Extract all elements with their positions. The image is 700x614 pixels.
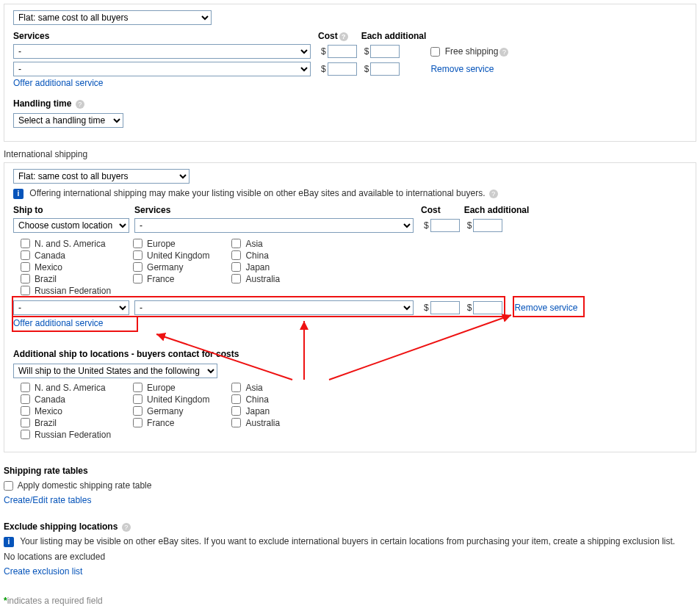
free-shipping-checkbox[interactable] [430, 47, 440, 57]
domestic-addl-1-input[interactable] [370, 45, 400, 58]
location-checkbox[interactable] [21, 250, 30, 260]
location-checkbox[interactable] [133, 418, 142, 427]
exclude-status: No locations are excluded [4, 552, 696, 562]
location-checkbox[interactable] [21, 239, 30, 248]
handling-time-select[interactable]: Select a handling time [13, 113, 123, 128]
intl-ship-to-select[interactable]: Choose custom location [13, 218, 129, 233]
location-checkbox[interactable] [21, 406, 30, 416]
intl-row2-cost-input[interactable] [430, 301, 460, 314]
help-icon[interactable]: ? [489, 189, 498, 198]
location-checkbox[interactable] [231, 383, 241, 392]
dollar-sign: $ [467, 220, 472, 231]
info-icon: i [13, 189, 24, 199]
intl-shipping-type-select[interactable]: Flat: same cost to all buyers [13, 169, 190, 184]
apply-rate-table-label: Apply domestic shipping rate table [18, 480, 152, 491]
location-checkbox[interactable] [21, 286, 30, 295]
handling-time-label: Handling time [13, 98, 71, 109]
intl-service-1-select[interactable]: - [134, 218, 414, 233]
location-checkbox[interactable] [133, 239, 142, 248]
location-label: United Kingdom [147, 394, 209, 405]
location-label: N. and S. America [35, 383, 106, 393]
location-item: China [231, 394, 280, 405]
services-header: Services [13, 31, 49, 41]
location-label: Australia [245, 274, 280, 284]
location-checkbox[interactable] [231, 239, 241, 248]
free-shipping-label: Free shipping [445, 46, 499, 57]
location-item: Australia [231, 418, 280, 428]
location-label: Canada [35, 250, 65, 261]
location-item: Asia [231, 239, 280, 249]
help-icon[interactable]: ? [499, 48, 508, 57]
location-item: Canada [21, 250, 111, 261]
location-item: Mexico [21, 262, 111, 272]
location-checkbox[interactable] [133, 274, 142, 283]
domestic-services-table: Services Cost? Each additional - $ $ Fre… [13, 29, 513, 78]
offer-additional-service-link[interactable]: Offer additional service [13, 78, 104, 88]
help-icon[interactable]: ? [76, 100, 84, 109]
exclude-section: Exclude shipping locations ? i Your list… [4, 516, 696, 587]
location-label: Japan [245, 262, 270, 272]
intl-shipping-title: International shipping [4, 149, 696, 159]
location-item: France [133, 418, 209, 428]
location-checkbox[interactable] [133, 383, 142, 392]
location-checkbox[interactable] [231, 250, 241, 260]
location-item: Brazil [21, 274, 111, 284]
location-item: Asia [231, 383, 280, 393]
intl-row2-service-select[interactable]: - [134, 300, 414, 315]
domestic-shipping-type-select[interactable]: Flat: same cost to all buyers [13, 10, 212, 25]
location-checkbox[interactable] [21, 383, 30, 392]
location-checkbox[interactable] [21, 274, 30, 283]
help-icon[interactable]: ? [122, 523, 131, 532]
location-label: France [147, 418, 174, 428]
intl-addl-1-input[interactable] [473, 219, 502, 232]
domestic-service-2-select[interactable]: - [13, 62, 311, 76]
help-icon[interactable]: ? [339, 32, 348, 41]
dollar-sign: $ [424, 220, 429, 231]
intl-row2-shipto-select[interactable]: - [13, 300, 129, 315]
location-checkbox[interactable] [133, 406, 142, 416]
addl-ship-to-label: Additional ship to locations - buyers co… [13, 349, 687, 359]
location-checkbox[interactable] [21, 394, 30, 404]
intl-remove-service-link[interactable]: Remove service [514, 303, 577, 313]
dollar-sign: $ [321, 46, 326, 57]
location-checkbox[interactable] [231, 418, 241, 427]
location-checkbox[interactable] [133, 262, 142, 272]
location-item: Brazil [21, 418, 111, 428]
domestic-service-1-select[interactable]: - [13, 44, 311, 59]
domestic-shipping-section: Flat: same cost to all buyers Services C… [4, 4, 696, 142]
intl-cost-1-input[interactable] [430, 219, 460, 232]
remove-service-link[interactable]: Remove service [430, 64, 494, 74]
location-item: France [133, 274, 209, 284]
location-label: Japan [245, 406, 270, 416]
location-label: N. and S. America [35, 239, 106, 249]
location-checkbox[interactable] [133, 394, 142, 404]
addl-ship-to-select[interactable]: Will ship to the United States and the f… [13, 364, 217, 378]
location-checkbox[interactable] [231, 394, 241, 404]
location-label: Mexico [35, 406, 62, 416]
domestic-addl-2-input[interactable] [370, 62, 400, 76]
location-checkbox[interactable] [21, 418, 30, 427]
dollar-sign: $ [467, 303, 472, 313]
create-edit-rate-tables-link[interactable]: Create/Edit rate tables [4, 495, 91, 505]
location-checkbox[interactable] [231, 262, 241, 272]
location-checkbox[interactable] [133, 250, 142, 260]
location-checkbox[interactable] [231, 406, 241, 416]
location-checkbox[interactable] [21, 262, 30, 272]
location-checkbox[interactable] [231, 274, 241, 283]
location-label: Russian Federation [35, 286, 111, 296]
domestic-cost-1-input[interactable] [328, 45, 357, 58]
domestic-cost-2-input[interactable] [328, 62, 357, 76]
rate-tables-section: Shipping rate tables Apply domestic ship… [4, 460, 696, 516]
location-label: Asia [245, 239, 262, 249]
location-label: Germany [147, 262, 183, 272]
location-label: Europe [147, 383, 176, 393]
location-item: China [231, 250, 280, 261]
addl-locations-grid: N. and S. AmericaCanadaMexicoBrazilRussi… [21, 383, 687, 440]
intl-services-header: Services [134, 205, 170, 215]
intl-offer-additional-link[interactable]: Offer additional service [13, 318, 104, 328]
apply-rate-table-checkbox[interactable] [4, 481, 13, 491]
create-exclusion-list-link[interactable]: Create exclusion list [4, 566, 82, 577]
location-label: United Kingdom [147, 250, 209, 261]
intl-row2-addl-input[interactable] [473, 301, 502, 314]
location-checkbox[interactable] [21, 430, 30, 439]
